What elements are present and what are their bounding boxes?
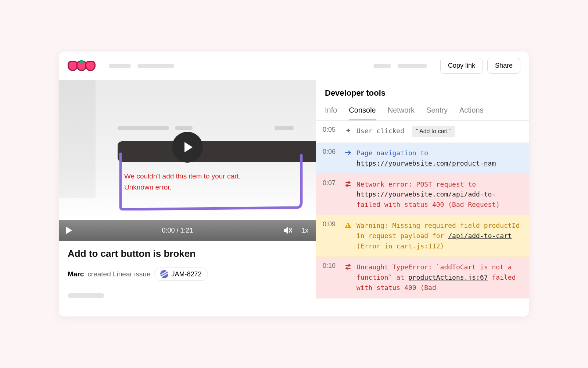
log-time: 0:09 [323, 220, 340, 228]
swap-icon [344, 180, 352, 188]
devtools-panel: Developer tools Info Console Network Sen… [316, 80, 529, 316]
log-body: User clicked " Add to cart " [356, 126, 523, 137]
log-url[interactable]: https://yourwebsite.com/api/add-to- [356, 190, 496, 198]
log-url[interactable]: productActions.js:67 [408, 273, 488, 281]
jam-logo [68, 61, 94, 71]
issue-meta-row: Marc created Linear issue JAM-8272 [68, 268, 307, 281]
tab-actions[interactable]: Actions [459, 106, 484, 120]
mock-heading-skeleton-right [275, 126, 294, 130]
console-logs[interactable]: 0:05 ✦ User clicked " Add to cart " 0:06… [316, 121, 529, 316]
linear-issue-chip[interactable]: JAM-8272 [154, 268, 208, 281]
topbar: Copy link Share [59, 52, 529, 80]
logo-letter-m [85, 61, 96, 71]
topbar-skeleton-left [109, 64, 174, 68]
log-body: Uncaught TypeError: `addToCart is not a … [356, 262, 523, 293]
log-url[interactable]: https://yourwebsite.com/product-nam [356, 159, 496, 167]
log-time: 0:05 [323, 126, 340, 134]
share-button[interactable]: Share [487, 58, 520, 74]
play-button[interactable] [172, 132, 203, 163]
log-body: Page navigation to https://yourwebsite.c… [356, 148, 523, 169]
video-time: 0:00 / 1:21 [162, 227, 193, 234]
tab-network[interactable]: Network [388, 106, 415, 120]
mock-sidebar [59, 80, 96, 198]
sparkle-icon: ✦ [344, 127, 352, 135]
linear-issue-id: JAM-8272 [171, 270, 201, 278]
warning-icon [344, 221, 352, 229]
tab-info[interactable]: Info [325, 106, 337, 120]
mock-heading-skeleton [118, 126, 193, 130]
log-time: 0:06 [323, 148, 340, 156]
log-row-user-click: 0:05 ✦ User clicked " Add to cart " [316, 121, 529, 143]
issue-area: Add to cart button is broken Marc create… [59, 241, 316, 316]
log-row-warning: 0:09 Warning: Missing required field pro… [316, 215, 529, 257]
devtools-tabs: Info Console Network Sentry Actions [316, 101, 529, 121]
log-url[interactable]: /api/add-to-cart [448, 232, 512, 240]
log-time: 0:07 [323, 179, 340, 187]
log-row-network-error: 0:07 Network error: POST request to http… [316, 174, 529, 216]
play-icon[interactable] [66, 227, 72, 234]
copy-link-button[interactable]: Copy link [440, 58, 483, 74]
issue-created-text: created Linear issue [87, 270, 150, 278]
mute-icon[interactable] [283, 226, 293, 234]
speed-control[interactable]: 1x [301, 227, 308, 234]
log-row-navigation: 0:06 Page navigation to https://yourwebs… [316, 143, 529, 174]
log-body: Network error: POST request to https://y… [356, 179, 523, 210]
clicked-target-pill: " Add to cart " [412, 126, 455, 137]
issue-body-skeleton [68, 293, 307, 298]
devtools-title: Developer tools [316, 80, 529, 101]
error-message: We couldn't add this item to your cart. … [124, 171, 241, 193]
tab-console[interactable]: Console [349, 106, 376, 120]
left-panel: We couldn't add this item to your cart. … [59, 80, 316, 316]
linear-icon [160, 270, 168, 278]
log-body: Warning: Missing required field productI… [356, 220, 523, 251]
log-row-type-error: 0:10 Uncaught TypeError: `addToCart is n… [316, 257, 529, 298]
app-window: Copy link Share We couldn't [59, 52, 529, 316]
video-preview: We couldn't add this item to your cart. … [59, 80, 316, 220]
issue-author: Marc [68, 270, 84, 278]
arrow-right-icon [344, 149, 352, 157]
topbar-skeleton-right [373, 64, 427, 68]
tab-sentry[interactable]: Sentry [426, 106, 448, 120]
swap-icon [344, 263, 352, 271]
log-time: 0:10 [323, 262, 340, 270]
video-controls: 0:00 / 1:21 1x [59, 220, 316, 241]
issue-title: Add to cart button is broken [68, 248, 307, 259]
mock-dark-bar [118, 141, 316, 162]
